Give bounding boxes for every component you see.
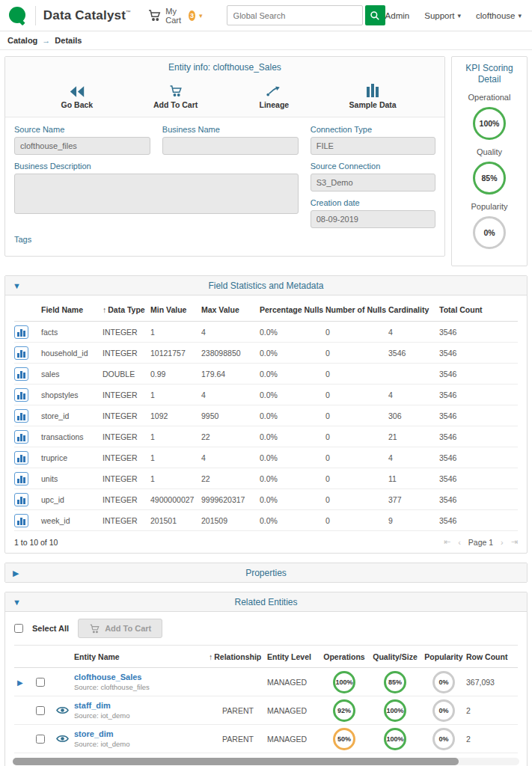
col-max-value[interactable]: Max Value (201, 305, 260, 314)
col-cardinality[interactable]: Cardinality (388, 305, 439, 314)
max-value-cell: 4 (201, 390, 260, 399)
related-collapse-icon[interactable]: ▼ (13, 598, 21, 607)
select-all-checkbox[interactable] (14, 624, 23, 633)
percentage-nulls-cell: 0.0% (260, 453, 325, 462)
creation-date-input[interactable] (311, 210, 435, 228)
field-name-cell: truprice (41, 453, 103, 462)
entity-level-cell: MANAGED (267, 678, 319, 687)
pagination-prev-button[interactable]: ‹ (458, 538, 461, 547)
col-quality-size[interactable]: Quality/Size (369, 652, 421, 661)
horizontal-scrollbar-thumb[interactable] (13, 758, 459, 765)
data-type-cell: INTEGER (103, 495, 150, 504)
field-name-cell: store_id (41, 411, 103, 420)
properties-collapse-icon[interactable]: ▶ (13, 568, 19, 577)
col-row-count[interactable]: Row Count (466, 652, 508, 661)
business-description-label: Business Description (14, 162, 299, 171)
field-chart-button[interactable] (14, 367, 28, 381)
col-data-type[interactable]: ↑Data Type (103, 305, 150, 314)
field-name-cell: units (41, 474, 103, 483)
field-name-cell: transactions (41, 432, 103, 441)
source-connection-input[interactable] (311, 174, 435, 192)
go-back-button[interactable]: Go Back (51, 82, 103, 109)
pagination-last-button[interactable]: ⇥ (511, 537, 518, 547)
add-to-cart-label: Add To Cart (153, 100, 198, 109)
max-value-cell: 4 (201, 453, 260, 462)
business-description-field-group: Business Description (14, 162, 299, 228)
percentage-nulls-cell: 0.0% (260, 411, 325, 420)
my-cart-menu[interactable]: My Cart 3 ▾ (147, 7, 202, 25)
pagination-first-button[interactable]: ⇤ (444, 537, 450, 547)
connection-type-field-group: Connection Type (311, 125, 435, 155)
horizontal-scrollbar[interactable] (13, 758, 519, 765)
entity-name-link[interactable]: staff_dim (74, 701, 111, 710)
row-expand-icon[interactable]: ▶ (14, 678, 23, 687)
business-description-textarea[interactable] (14, 174, 299, 214)
breadcrumb-catalog[interactable]: Catalog (7, 36, 37, 45)
field-name-cell: shopstyles (41, 390, 103, 399)
field-name-cell: household_id (41, 349, 103, 358)
field-chart-button[interactable] (14, 514, 28, 527)
field-chart-button[interactable] (14, 430, 28, 444)
eye-icon[interactable] (50, 734, 74, 744)
properties-band: ▶ Properties (5, 563, 527, 582)
number-of-nulls-cell: 0 (325, 370, 388, 379)
pagination-next-button[interactable]: › (501, 538, 504, 547)
tags-field-group: Tags (14, 235, 299, 247)
field-chart-button[interactable] (14, 388, 28, 402)
field-chart-button[interactable] (14, 346, 28, 360)
go-back-label: Go Back (61, 100, 94, 109)
field-name-cell: facts (41, 328, 103, 337)
add-to-cart-icon (168, 82, 183, 97)
add-to-cart-button[interactable]: Add To Cart (150, 82, 202, 109)
kpi-panel-title: KPI Scoring Detail (456, 63, 522, 85)
business-name-input[interactable] (162, 137, 299, 155)
connection-type-input[interactable] (311, 137, 435, 155)
row-checkbox[interactable] (36, 706, 45, 715)
field-chart-button[interactable] (14, 409, 28, 423)
row-checkbox[interactable] (36, 678, 45, 687)
navbar-divider (35, 6, 36, 25)
support-menu[interactable]: Support▾ (424, 11, 461, 20)
col-total-count[interactable]: Total Count (439, 305, 492, 314)
related-entities-section: ▼ Related Entities Select All Add To Car… (4, 592, 528, 766)
sample-data-button[interactable]: Sample Data (346, 82, 399, 109)
entity-toolbar: Go Back Add To Cart Lineage Sample Data (5, 76, 444, 117)
entity-name-link[interactable]: store_dim (74, 729, 114, 738)
field-chart-button[interactable] (14, 325, 28, 339)
admin-menu-item[interactable]: Admin (385, 11, 410, 20)
col-min-value[interactable]: Min Value (150, 305, 201, 314)
col-operations[interactable]: Operations (319, 652, 369, 661)
entity-name-link[interactable]: clofthouse_Sales (74, 672, 141, 681)
eye-icon[interactable] (50, 705, 74, 715)
popularity-ring: 0% (432, 728, 455, 750)
entity-level-cell: MANAGED (267, 735, 319, 744)
global-search-input[interactable] (227, 5, 363, 25)
percentage-nulls-cell: 0.0% (260, 495, 325, 504)
lineage-button[interactable]: Lineage (248, 82, 300, 109)
max-value-cell: 22 (201, 474, 260, 483)
col-entity-level[interactable]: Entity Level (267, 652, 319, 661)
col-field-name[interactable]: Field Name (41, 305, 103, 314)
number-of-nulls-cell: 0 (325, 432, 388, 441)
field-stats-collapse-icon[interactable]: ▼ (13, 281, 21, 290)
search-button[interactable] (365, 5, 385, 25)
col-popularity[interactable]: Popularity (421, 652, 466, 661)
col-entity-name[interactable]: Entity Name (74, 652, 209, 661)
cardinality-cell: 9 (388, 516, 439, 525)
brand-text: Data Catalyst (43, 8, 126, 22)
user-menu[interactable]: clofthouse▾ (476, 11, 522, 20)
field-stats-header-row: Field Name ↑Data Type Min Value Max Valu… (14, 297, 518, 322)
field-chart-button[interactable] (14, 472, 28, 485)
tags-label: Tags (14, 235, 299, 244)
col-number-of-nulls[interactable]: Number of Nulls (325, 305, 388, 314)
related-add-to-cart-button[interactable]: Add To Cart (78, 619, 162, 638)
source-name-input[interactable] (14, 137, 150, 155)
field-chart-button[interactable] (14, 493, 28, 506)
row-checkbox[interactable] (36, 735, 45, 744)
col-relationship[interactable]: ↑Relationship (209, 652, 267, 661)
field-stats-row: units INTEGER 1 22 0.0% 0 11 3546 (14, 468, 518, 489)
col-percentage-nulls[interactable]: Percentage Nulls (260, 305, 325, 314)
total-count-cell: 3546 (439, 349, 492, 358)
kpi-operational-ring: 100% (473, 107, 506, 140)
field-chart-button[interactable] (14, 451, 28, 465)
